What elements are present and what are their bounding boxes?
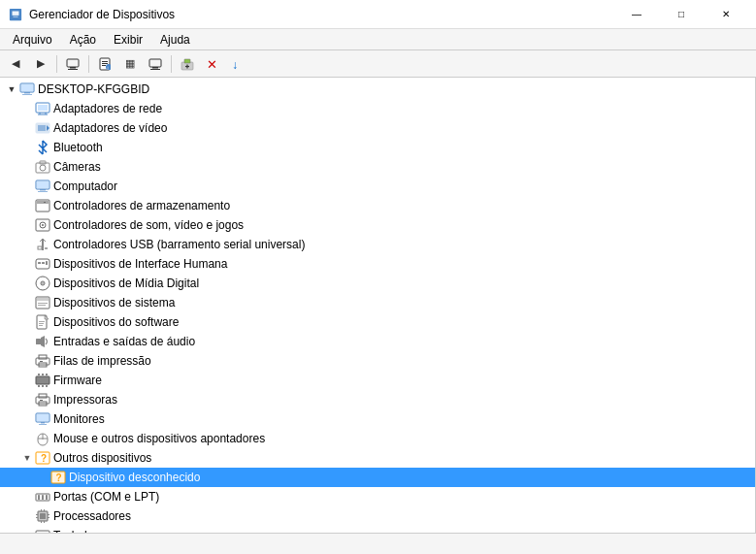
item-toggle [19, 159, 35, 175]
item-icon-processors [35, 508, 50, 524]
add-button[interactable] [176, 53, 199, 75]
tree-item[interactable]: Dispositivos do software [0, 312, 755, 332]
menu-item-arquivo[interactable]: Arquivo [4, 30, 61, 49]
tree-item[interactable]: Dispositivos de Interface Humana [0, 254, 755, 274]
tree-root[interactable]: ▼ DESKTOP-KFGGBID [0, 80, 755, 99]
tree-item[interactable]: Controladores de armazenamento [0, 196, 755, 215]
main-content: ▼ DESKTOP-KFGGBID Adaptadores de rede Ad… [0, 78, 756, 533]
tree-item[interactable]: Processadores [0, 506, 755, 526]
item-toggle[interactable]: ▼ [19, 450, 35, 466]
tree-item[interactable]: Mouse e outros dispositivos apontadores [0, 429, 755, 448]
svg-rect-50 [38, 262, 41, 264]
item-label: Outros dispositivos [53, 451, 151, 465]
svg-rect-3 [67, 59, 79, 67]
window-controls: — □ ✕ [614, 0, 748, 29]
tree-item[interactable]: Teclados [0, 526, 755, 533]
menu-item-ajuda[interactable]: Ajuda [151, 30, 199, 49]
tree-item[interactable]: Bluetooth [0, 138, 755, 157]
tree-item[interactable]: Adaptadores de vídeo [0, 118, 755, 138]
svg-rect-101 [41, 509, 42, 511]
item-icon-firmware [35, 373, 50, 388]
svg-rect-102 [44, 509, 45, 511]
close-button[interactable]: ✕ [704, 0, 748, 29]
svg-rect-83 [39, 424, 47, 425]
tree-item[interactable]: Impressoras [0, 390, 755, 409]
toolbar: ◀ ▶ i ▦ [0, 50, 756, 78]
item-toggle [19, 256, 35, 272]
svg-rect-68 [40, 361, 43, 362]
tree-item[interactable]: ▼ ? Outros dispositivos [0, 448, 755, 468]
root-toggle[interactable]: ▼ [4, 81, 19, 97]
tree-item[interactable]: Dispositivos de Mídia Digital [0, 274, 755, 293]
item-label: Controladores USB (barramento serial uni… [53, 238, 305, 251]
svg-rect-64 [36, 339, 41, 344]
item-toggle [19, 314, 35, 330]
svg-rect-82 [41, 422, 45, 424]
tree-item[interactable]: Controladores de som, vídeo e jogos [0, 215, 755, 235]
item-icon-network [35, 101, 50, 116]
item-toggle [19, 198, 35, 213]
svg-text:✕: ✕ [207, 57, 217, 71]
item-label: Controladores de som, vídeo e jogos [53, 218, 244, 232]
svg-text:?: ? [41, 453, 47, 464]
menu-item-ação[interactable]: Ação [61, 30, 105, 49]
svg-rect-41 [37, 201, 49, 204]
toolbar-sep-2 [88, 55, 89, 73]
item-toggle [19, 392, 35, 407]
svg-rect-97 [36, 514, 38, 515]
svg-rect-69 [36, 376, 49, 384]
tree-item[interactable]: ? Dispositivo desconhecido [0, 468, 755, 487]
menu-item-exibir[interactable]: Exibir [105, 30, 151, 49]
item-icon-video [35, 120, 50, 136]
svg-rect-39 [38, 191, 48, 192]
tree-item[interactable]: Portas (COM e LPT) [0, 487, 755, 506]
svg-rect-81 [37, 414, 49, 421]
display-button[interactable] [144, 53, 167, 75]
svg-point-55 [42, 282, 44, 284]
svg-rect-62 [39, 323, 44, 324]
item-icon-mouse [35, 431, 50, 446]
svg-rect-24 [22, 94, 32, 95]
update-button[interactable]: ↓ [226, 53, 249, 75]
svg-rect-52 [46, 261, 48, 265]
item-label: Impressoras [53, 393, 117, 407]
back-button[interactable]: ◀ [4, 53, 27, 75]
remove-button[interactable]: ✕ [201, 53, 224, 75]
item-toggle [19, 431, 35, 446]
svg-rect-61 [39, 321, 45, 322]
tree-item[interactable]: Câmeras [0, 157, 755, 177]
svg-rect-7 [102, 61, 108, 62]
tree-item[interactable]: Controladores USB (barramento serial uni… [0, 235, 755, 254]
tree-item[interactable]: Filas de impressão [0, 351, 755, 371]
item-icon-other: ? [35, 450, 50, 466]
toolbar-sep-3 [171, 55, 172, 73]
tree-item[interactable]: Adaptadores de rede [0, 99, 755, 118]
computer-button[interactable] [61, 53, 84, 75]
tree-item[interactable]: Dispositivos de sistema [0, 293, 755, 312]
item-label: Dispositivo desconhecido [69, 471, 200, 484]
minimize-button[interactable]: — [614, 0, 659, 29]
item-label: Entradas e saídas de áudio [53, 335, 195, 348]
svg-rect-42 [44, 202, 46, 203]
tree-item[interactable]: Computador [0, 177, 755, 196]
item-toggle [19, 120, 35, 136]
svg-rect-93 [42, 495, 44, 500]
svg-rect-103 [41, 521, 42, 523]
svg-rect-13 [152, 67, 158, 69]
tree-item[interactable]: Monitores [0, 409, 755, 429]
item-label: Mouse e outros dispositivos apontadores [53, 432, 265, 445]
maximize-button[interactable]: □ [659, 0, 704, 29]
device-tree[interactable]: ▼ DESKTOP-KFGGBID Adaptadores de rede Ad… [0, 78, 756, 533]
properties-button[interactable]: i [93, 53, 116, 75]
item-toggle [35, 470, 50, 485]
item-icon-audio [35, 334, 50, 349]
svg-rect-79 [40, 400, 43, 401]
item-label: Dispositivos de sistema [53, 296, 175, 310]
tree-item[interactable]: Entradas e saídas de áudio [0, 332, 755, 351]
view-button[interactable]: ▦ [118, 53, 142, 75]
tree-item[interactable]: Firmware [0, 371, 755, 390]
forward-button[interactable]: ▶ [29, 53, 52, 75]
window-title: Gerenciador de Dispositivos [29, 8, 614, 21]
svg-rect-9 [102, 65, 106, 66]
svg-rect-47 [38, 246, 42, 249]
